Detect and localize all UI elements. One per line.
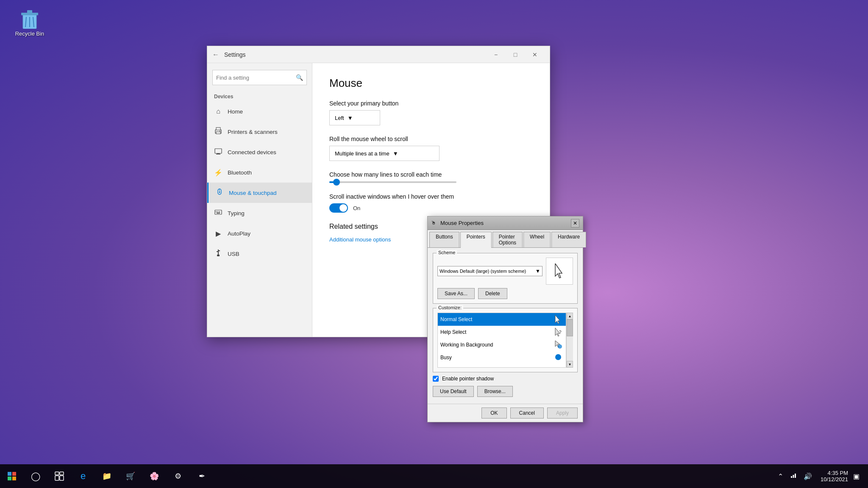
normal-select-label: Normal Select <box>440 316 550 322</box>
scheme-dropdown[interactable]: Windows Default (large) (system scheme) … <box>437 266 542 276</box>
list-item-working[interactable]: Working In Background <box>438 338 566 351</box>
pointer-shadow-checkbox[interactable] <box>433 376 439 382</box>
scheme-preview <box>546 258 573 285</box>
toggle-row: On <box>329 203 533 213</box>
customize-list-container: Normal Select Help Select <box>437 313 573 368</box>
sidebar-item-autoplay[interactable]: ▶ AutoPlay <box>207 223 312 244</box>
close-button[interactable]: ✕ <box>525 46 545 63</box>
tab-hardware[interactable]: Hardware <box>551 232 586 247</box>
list-item-busy[interactable]: Busy <box>438 351 566 364</box>
search-icon: 🔍 <box>296 74 303 81</box>
svg-text:?: ? <box>559 330 562 335</box>
maximize-button[interactable]: □ <box>506 46 525 63</box>
sidebar-item-bluetooth[interactable]: ⚡ Bluetooth <box>207 162 312 183</box>
scroll-down-button[interactable]: ▼ <box>567 361 573 368</box>
tab-pointer-options[interactable]: Pointer Options <box>492 232 523 247</box>
tab-buttons[interactable]: Buttons <box>429 232 459 247</box>
scroll-value: Multiple lines at a time <box>335 150 389 157</box>
lines-row: Choose how many lines to scroll each tim… <box>329 171 533 183</box>
settings-taskbar-icon: ⚙ <box>172 471 184 482</box>
usb-icon <box>214 249 223 258</box>
dialog-close-button[interactable]: ✕ <box>571 219 579 227</box>
delete-button[interactable]: Delete <box>478 288 507 299</box>
browse-button[interactable]: Browse... <box>477 386 513 397</box>
inactive-toggle[interactable] <box>329 203 348 213</box>
svg-rect-2 <box>27 10 32 14</box>
additional-mouse-options-link[interactable]: Additional mouse options <box>329 236 391 243</box>
pointer-action-buttons: Use Default Browse... <box>433 386 578 397</box>
scroll-thumb[interactable] <box>567 319 573 336</box>
slider-thumb[interactable] <box>333 179 340 186</box>
network-icon[interactable] <box>788 470 798 482</box>
bluetooth-icon: ⚡ <box>214 169 223 177</box>
scroll-label: Roll the mouse wheel to scroll <box>329 136 533 142</box>
search-button[interactable]: ◯ <box>24 464 47 488</box>
minimize-button[interactable]: − <box>486 46 506 63</box>
scroll-up-button[interactable]: ▲ <box>567 313 573 319</box>
store-button[interactable]: 🛒 <box>119 464 142 488</box>
list-scrollbar[interactable]: ▲ ▼ <box>566 313 573 368</box>
cancel-button[interactable]: Cancel <box>510 408 544 419</box>
sidebar-item-printers[interactable]: Printers & scanners <box>207 122 312 142</box>
search-taskbar-icon: ◯ <box>30 471 41 482</box>
back-button[interactable]: ← <box>212 51 219 58</box>
sidebar-item-home[interactable]: ⌂ Home <box>207 101 312 122</box>
chevron-up-icon[interactable]: ⌃ <box>776 471 785 482</box>
precision-icon: + <box>553 365 563 368</box>
notification-icon[interactable]: ▣ <box>851 471 861 482</box>
dialog-title-text: Mouse Properties <box>440 220 568 226</box>
svg-rect-18 <box>217 211 218 212</box>
use-default-button[interactable]: Use Default <box>433 386 474 397</box>
mouse-icon <box>215 188 224 197</box>
photos-button[interactable]: 🌸 <box>142 464 166 488</box>
primary-button-dropdown[interactable]: Left ▼ <box>329 110 380 125</box>
scroll-dropdown[interactable]: Multiple lines at a time ▼ <box>329 146 440 161</box>
svg-rect-35 <box>60 476 64 480</box>
save-as-button[interactable]: Save As... <box>437 288 475 299</box>
inactive-scroll-row: Scroll inactive windows when I hover ove… <box>329 193 533 213</box>
volume-icon[interactable]: 🔊 <box>802 471 814 482</box>
svg-rect-37 <box>793 475 794 478</box>
clock-date: 10/12/2021 <box>821 476 848 482</box>
sidebar-item-connected[interactable]: Connected devices <box>207 142 312 162</box>
recycle-bin-icon[interactable]: Recycle Bin <box>13 8 47 37</box>
list-item-normal-select[interactable]: Normal Select <box>438 313 566 326</box>
sidebar-item-usb[interactable]: USB <box>207 244 312 264</box>
search-box[interactable]: 🔍 <box>212 70 307 85</box>
customize-list[interactable]: Normal Select Help Select <box>437 313 566 368</box>
clock[interactable]: 4:35 PM 10/12/2021 <box>821 470 848 482</box>
start-button[interactable] <box>0 464 24 488</box>
list-item-help-select[interactable]: Help Select ? <box>438 326 566 338</box>
tab-pointers[interactable]: Pointers <box>460 232 492 248</box>
task-view-icon <box>54 471 65 482</box>
pen-icon: ✒ <box>196 471 207 482</box>
svg-rect-10 <box>215 149 222 153</box>
task-view-button[interactable] <box>47 464 71 488</box>
ie-button[interactable]: e <box>71 464 95 488</box>
typing-icon <box>214 208 223 218</box>
settings-titlebar: ← Settings − □ ✕ <box>207 46 550 63</box>
svg-rect-38 <box>795 474 796 478</box>
home-icon: ⌂ <box>214 108 223 115</box>
tab-wheel[interactable]: Wheel <box>523 232 551 247</box>
search-input[interactable] <box>216 75 296 81</box>
autoplay-icon: ▶ <box>214 230 223 238</box>
sidebar-section-header: Devices <box>207 90 312 101</box>
file-explorer-button[interactable]: 📁 <box>95 464 119 488</box>
list-item-precision[interactable]: Precision Select + <box>438 364 566 368</box>
ok-button[interactable]: OK <box>481 408 506 419</box>
photos-icon: 🌸 <box>149 471 160 482</box>
svg-rect-17 <box>216 211 217 212</box>
sidebar-label-connected: Connected devices <box>228 149 276 155</box>
settings-taskbar-button[interactable]: ⚙ <box>166 464 190 488</box>
apply-button[interactable]: Apply <box>547 408 578 419</box>
svg-rect-19 <box>219 211 220 212</box>
connected-icon <box>214 147 223 157</box>
sidebar-item-mouse[interactable]: Mouse & touchpad <box>207 183 312 203</box>
help-select-icon: ? <box>553 327 563 337</box>
recycle-bin-label: Recycle Bin <box>15 30 45 37</box>
lines-slider[interactable] <box>329 181 456 183</box>
svg-rect-21 <box>218 250 219 255</box>
pen-button[interactable]: ✒ <box>190 464 214 488</box>
sidebar-item-typing[interactable]: Typing <box>207 203 312 223</box>
